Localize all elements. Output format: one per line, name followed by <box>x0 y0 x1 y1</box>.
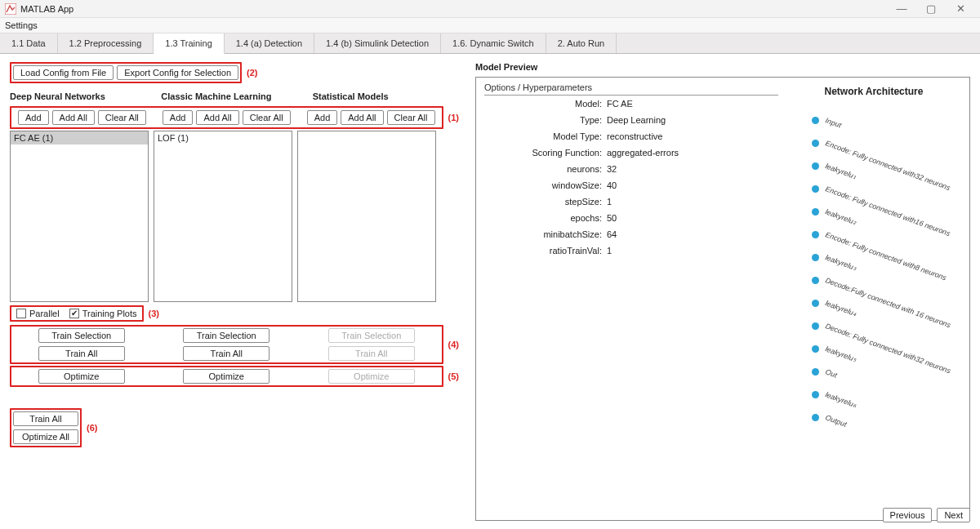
hyper-row: Model Type:reconstructive <box>484 128 778 144</box>
cml-optimize-button[interactable]: Optimize <box>183 369 270 384</box>
hyper-key: neurons: <box>484 164 607 174</box>
dnn-header: Deep Neural Networks <box>10 91 156 106</box>
dnn-train-selection-button[interactable]: Train Selection <box>38 328 125 343</box>
hyperparameters-panel: Options / Hyperparameters Model:FC AETyp… <box>484 82 778 515</box>
cml-train-all-button[interactable]: Train All <box>183 346 270 361</box>
dnn-add-button[interactable]: Add <box>18 110 49 125</box>
hyper-value: 50 <box>607 213 617 223</box>
minimize-button[interactable]: — <box>887 1 916 17</box>
layer-row: leakyrelu₆ <box>792 383 956 406</box>
tabstrip: 1.1 Data 1.2 Preprocessing 1.3 Training … <box>0 33 980 54</box>
layer-label: Input <box>824 116 842 129</box>
checkbox-icon <box>16 309 26 318</box>
cml-clearall-button[interactable]: Clear All <box>243 110 291 125</box>
annotation-2: (2) <box>247 68 257 78</box>
hyper-key: epochs: <box>484 213 607 223</box>
layer-row: leakyrelu₄ <box>792 291 956 314</box>
annotation-3: (3) <box>149 309 159 318</box>
cml-listbox[interactable]: LOF (1) <box>154 131 292 302</box>
hyper-value: Deep Learning <box>607 115 666 125</box>
layer-node-icon <box>812 300 819 307</box>
dnn-listbox[interactable]: FC AE (1) <box>10 131 149 302</box>
parallel-checkbox[interactable]: Parallel <box>16 309 60 318</box>
stat-listbox[interactable] <box>297 131 436 302</box>
close-button[interactable]: ✕ <box>946 1 975 17</box>
menu-settings[interactable]: Settings <box>5 20 38 30</box>
dnn-optimize-button[interactable]: Optimize <box>38 369 125 384</box>
tab-training[interactable]: 1.3 Training <box>154 33 224 54</box>
tab-data[interactable]: 1.1 Data <box>0 33 58 53</box>
trainingplots-checkbox[interactable]: ✔ Training Plots <box>69 309 137 318</box>
previous-button[interactable]: Previous <box>883 508 933 522</box>
stat-optimize-button[interactable]: Optimize <box>328 369 415 384</box>
hyper-key: Model: <box>484 99 607 109</box>
preview-box: Options / Hyperparameters Model:FC AETyp… <box>475 77 970 521</box>
optimize-box: Optimize Optimize Optimize <box>10 366 443 387</box>
preview-title: Model Preview <box>475 62 970 72</box>
global-optimize-all-button[interactable]: Optimize All <box>13 429 78 444</box>
layer-row: leakyrelu₃ <box>792 246 956 269</box>
layer-row: leakyrelu₂ <box>792 200 956 223</box>
tab-simulink-detection[interactable]: 1.4 (b) Simulink Detection <box>314 33 441 53</box>
dnn-clearall-button[interactable]: Clear All <box>98 110 146 125</box>
list-item[interactable]: FC AE (1) <box>11 131 148 144</box>
hyper-value: 1 <box>607 246 612 256</box>
cml-add-button[interactable]: Add <box>163 110 194 125</box>
tab-detection[interactable]: 1.4 (a) Detection <box>225 33 314 53</box>
dnn-train-all-button[interactable]: Train All <box>38 346 125 361</box>
tab-dynamic-switch[interactable]: 1.6. Dynamic Switch <box>441 33 546 53</box>
layer-row: Encode: Fully connected with8 neurons <box>792 223 956 246</box>
layer-node-icon <box>812 185 819 193</box>
hyper-row: windowSize:40 <box>484 177 778 193</box>
hyper-value: reconstructive <box>607 131 662 141</box>
global-train-all-button[interactable]: Train All <box>13 411 78 426</box>
maximize-button[interactable]: ▢ <box>916 1 946 17</box>
annotation-5: (5) <box>448 371 459 381</box>
layer-node-icon <box>812 322 819 330</box>
layer-node-icon <box>812 414 819 421</box>
layer-row: Encode: Fully connected with16 neurons <box>792 177 956 200</box>
layer-node-icon <box>812 117 819 124</box>
hyper-row: Type:Deep Learning <box>484 112 778 128</box>
stat-addall-button[interactable]: Add All <box>341 110 383 125</box>
add-buttons-box: Add Add All Clear All Add Add All Clear … <box>10 106 443 129</box>
layer-label: Out <box>824 367 838 379</box>
hyper-row: minibatchSize:64 <box>484 226 778 242</box>
stat-train-selection-button[interactable]: Train Selection <box>328 328 415 343</box>
titlebar: MATLAB App — ▢ ✕ <box>0 0 980 18</box>
hyper-key: stepSize: <box>484 197 607 207</box>
hyper-row: Scoring Function:aggregated-errors <box>484 144 778 161</box>
hyper-key: Type: <box>484 115 607 125</box>
annotation-1: (1) <box>448 113 459 122</box>
network-layers: InputEncode: Fully connected with32 neur… <box>792 109 956 429</box>
hyper-key: windowSize: <box>484 180 607 190</box>
hyper-key: Scoring Function: <box>484 148 607 158</box>
hyper-row: Model:FC AE <box>484 96 778 112</box>
load-config-button[interactable]: Load Config from File <box>13 65 114 80</box>
layer-node-icon <box>812 140 819 147</box>
hyper-value: 64 <box>607 229 617 239</box>
cml-addall-button[interactable]: Add All <box>196 110 238 125</box>
svg-rect-0 <box>5 3 16 15</box>
layer-node-icon <box>812 208 819 216</box>
stat-clearall-button[interactable]: Clear All <box>387 110 435 125</box>
layer-node-icon <box>812 345 819 353</box>
list-item[interactable]: LOF (1) <box>154 131 292 144</box>
architecture-panel: Network Architecture InputEncode: Fully … <box>786 82 961 515</box>
tab-auto-run[interactable]: 2. Auto Run <box>546 33 617 53</box>
export-config-button[interactable]: Export Config for Selection <box>117 65 238 80</box>
stat-train-all-button[interactable]: Train All <box>328 346 415 361</box>
next-button[interactable]: Next <box>937 508 970 522</box>
layer-node-icon <box>812 162 819 170</box>
train-box: Train Selection Train Selection Train Se… <box>10 325 443 364</box>
tab-preprocessing[interactable]: 1.2 Preprocessing <box>58 33 154 53</box>
menubar: Settings <box>0 18 980 33</box>
cml-train-selection-button[interactable]: Train Selection <box>183 328 270 343</box>
layer-node-icon <box>812 368 819 376</box>
hyper-row: ratioTrainVal:1 <box>484 242 778 259</box>
dnn-addall-button[interactable]: Add All <box>52 110 95 125</box>
layer-row: Out <box>792 360 956 383</box>
layer-node-icon <box>812 231 819 238</box>
stat-add-button[interactable]: Add <box>307 110 338 125</box>
layer-label: Output <box>824 413 848 429</box>
